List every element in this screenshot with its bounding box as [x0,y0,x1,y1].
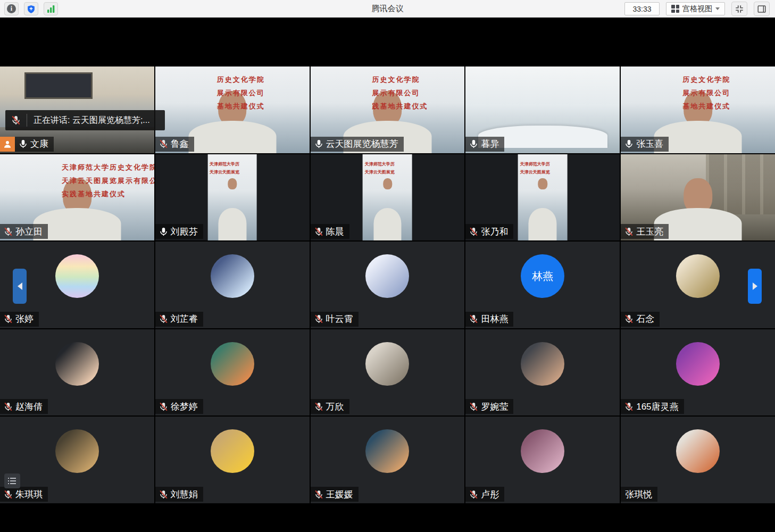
banner-line: 基地共建仪式 [217,102,265,111]
banner-line: 基地共建仪式 [682,102,730,111]
chevron-left-icon [18,282,22,290]
mic-muted-icon [11,115,21,126]
backdrop-banner-text: 天津师范大学历天津云天图展览 [210,161,255,175]
participant-name: 赵海倩 [15,401,43,413]
participant-name-label: 孙立田 [0,224,48,239]
participant-tile[interactable]: 万欣 [311,329,465,416]
participant-tile[interactable]: 林燕田林燕 [465,242,620,328]
participant-name-label: 张琪悦 [621,487,657,502]
mic-muted-icon [624,227,634,237]
participant-tile[interactable]: 叶云霄 [311,242,465,328]
participant-name-label: 刘殿芬 [155,224,203,239]
participant-tile[interactable]: 罗婉莹 [465,329,620,416]
avatar [211,429,254,473]
avatar: 林燕 [521,254,564,298]
participant-name: 叶云霄 [326,313,353,325]
layout-list-button[interactable] [4,473,20,488]
avatar [211,254,254,298]
participant-tile[interactable]: 赵海倩 [0,329,154,416]
mic-muted-icon [314,227,324,237]
participant-tile[interactable]: 朱琪琪 [0,417,154,503]
mic-muted-icon [624,314,634,324]
participant-name-label: 鲁鑫 [155,137,194,152]
participant-name: 鲁鑫 [171,138,189,150]
backdrop-banner-text: 天津师范大学历史文化学院天津云天图展览展示有限公司实践基地共建仪式 [62,163,146,199]
participant-tile[interactable]: 165唐灵燕 [621,329,775,416]
banner-line: 天津师范大学历 [210,161,239,167]
participant-name: 万欣 [326,401,344,413]
participant-name-label: 田林燕 [465,312,513,327]
participant-tile[interactable]: 天津师范大学历天津云天图展览陈晨 [311,154,465,241]
participant-name-label: 罗婉莹 [465,399,513,414]
banner-line: 天津云天图展览展示有限公司 [62,176,154,186]
divider [27,114,27,127]
participant-tile[interactable]: 历史文化学院展示有限公司践基地共建仪式云天图展览杨慧芳 [311,66,465,153]
participant-tile[interactable]: 王媛媛 [311,417,465,503]
previous-page-button[interactable] [13,269,27,304]
video-feed: 天津师范大学历天津云天图展览 [518,154,568,241]
participant-name-label: 卢彤 [465,487,504,502]
participant-name: 刘慧娟 [171,488,198,501]
participant-name: 卢彤 [481,488,499,501]
participant-name: 张乃和 [481,226,508,238]
mic-on-icon [624,139,634,149]
participant-tile[interactable]: 刘慧娟 [155,417,310,503]
side-panel-button[interactable] [754,2,770,16]
chevron-right-icon [753,282,757,290]
view-mode-dropdown[interactable]: 宫格视图 [666,2,725,15]
participant-tile[interactable]: 历史文化学院展示有限公司基地共建仪式鲁鑫 [155,66,310,153]
backdrop-banner-text: 历史文化学院展示有限公司践基地共建仪式 [372,75,457,111]
participant-tile[interactable]: 历史文化学院展示有限公司基地共建仪式张玉喜 [621,66,775,153]
avatar [55,254,99,298]
participant-tile[interactable]: 卢彤 [465,417,620,503]
participant-name-label: 文康 [0,137,54,152]
participant-name: 张玉喜 [636,138,663,150]
mic-muted-icon [159,139,169,149]
video-feed: 天津师范大学历天津云天图展览 [363,154,412,241]
titlebar: i 腾讯会议 33:33 宫格视图 [0,0,775,18]
person-silhouette [528,178,558,240]
participant-name: 暮异 [481,138,499,150]
participant-name: 朱琪琪 [15,488,43,501]
participant-tile[interactable]: 王玉亮 [621,154,775,241]
banner-line: 展示有限公司 [682,88,730,98]
participant-tile[interactable]: 天津师范大学历天津云天图展览张乃和 [465,154,620,241]
banner-line: 历史文化学院 [372,75,420,85]
participant-tile[interactable]: 张琪悦 [621,417,775,503]
exit-fullscreen-button[interactable] [731,2,747,16]
backdrop-banner-text: 历史文化学院展示有限公司基地共建仪式 [682,75,767,111]
mic-muted-icon [3,227,13,237]
participant-name-label: 朱琪琪 [0,487,48,502]
participant-tile[interactable]: 天津师范大学历天津云天图展览刘殿芬 [155,154,310,241]
backdrop-banner-text: 历史文化学院展示有限公司基地共建仪式 [217,75,302,111]
next-page-button[interactable] [748,269,762,304]
avatar [521,429,564,473]
banner-line: 天津师范大学历 [520,161,550,167]
mic-muted-icon [314,489,324,500]
participant-name-label: 徐梦婷 [155,399,203,414]
backdrop-banner-text: 天津师范大学历天津云天图展览 [520,161,565,175]
banner-line: 历史文化学院 [217,75,265,85]
mic-on-icon [159,227,169,237]
mic-muted-icon [314,402,324,412]
banner-line: 天津云天图展览 [210,169,239,175]
avatar [676,342,720,386]
participant-tile[interactable]: 天津师范大学历史文化学院天津云天图展览展示有限公司实践基地共建仪式孙立田 [0,154,154,241]
banner-line: 天津云天图展览 [365,169,395,175]
participant-name: 云天图展览杨慧芳 [326,138,398,150]
banner-line: 践基地共建仪式 [372,102,428,111]
list-view-icon [8,477,16,485]
participant-name-label: 刘芷睿 [155,312,203,327]
participant-tile[interactable]: 刘芷睿 [155,242,310,328]
mic-muted-icon [469,402,479,412]
participant-tile[interactable]: 徐梦婷 [155,329,310,416]
banner-line: 实践基地共建仪式 [62,189,126,199]
participant-name: 张婷 [15,313,34,325]
mic-on-icon [18,139,28,149]
mic-muted-icon [314,314,324,324]
side-panel-icon [757,4,766,14]
participant-tile[interactable]: 暮异 [465,66,620,153]
mic-muted-icon [159,314,169,324]
participant-name-label: 王媛媛 [311,487,359,502]
participant-name-label: 张婷 [0,312,39,327]
